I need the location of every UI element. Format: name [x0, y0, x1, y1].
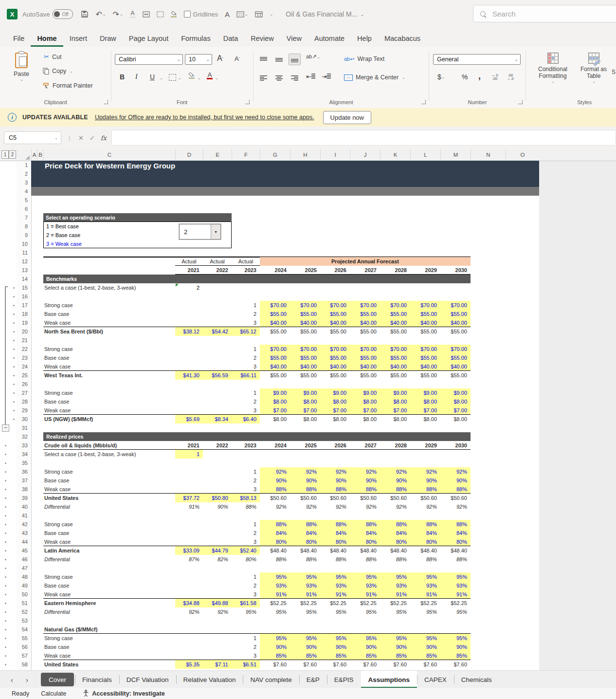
cell-L37[interactable]: 90%: [410, 476, 437, 485]
cell-I36[interactable]: 92%: [320, 467, 346, 476]
row-height-icon[interactable]: [157, 11, 164, 18]
header-actual-F[interactable]: Actual: [232, 257, 260, 266]
menu-tab-view[interactable]: View: [280, 31, 308, 47]
row-header-37[interactable]: 37: [17, 476, 31, 485]
cell-I28[interactable]: $8.00: [320, 397, 346, 406]
cell-H43[interactable]: 84%: [290, 529, 317, 537]
cell-K22[interactable]: $70.00: [380, 345, 407, 353]
update-message-link[interactable]: Updates for Office are ready to be insta…: [95, 114, 314, 121]
menu-tab-macabacus[interactable]: Macabacus: [378, 31, 427, 47]
cell-G29[interactable]: $7.00: [260, 406, 287, 415]
section-label-benchmarks[interactable]: Benchmarks: [46, 275, 241, 283]
row-header-54[interactable]: 54: [17, 625, 31, 634]
scenario-option-1[interactable]: 1 = Best case: [46, 222, 173, 231]
cell-M29[interactable]: $7.00: [440, 406, 467, 415]
cell-I49[interactable]: 93%: [320, 581, 346, 590]
cell-D15[interactable]: 2: [175, 283, 199, 292]
cell-G58[interactable]: $7.60: [260, 660, 287, 669]
cell-G36[interactable]: 92%: [260, 467, 287, 476]
header-year-2030[interactable]: 2030: [440, 266, 467, 275]
cell-H51[interactable]: $52.25: [290, 599, 317, 607]
cell-H25[interactable]: $55.00: [290, 371, 317, 380]
undo-chevron-icon[interactable]: ⌄: [103, 12, 106, 17]
cell-K40[interactable]: 92%: [380, 502, 407, 511]
cell-L42[interactable]: 88%: [410, 520, 437, 529]
cell-J52[interactable]: 95%: [350, 607, 377, 616]
cell-I39[interactable]: $50.60: [320, 494, 346, 502]
cell-M17[interactable]: $70.00: [440, 301, 467, 310]
cell-H17[interactable]: $70.00: [290, 301, 317, 310]
cell-M43[interactable]: 84%: [440, 529, 467, 537]
row-header-49[interactable]: 49: [17, 581, 31, 590]
row-header-18[interactable]: 18: [17, 310, 31, 318]
cell-F40[interactable]: 88%: [232, 502, 256, 511]
select-all-corner[interactable]: [25, 155, 30, 160]
cell-C50[interactable]: Weak case: [44, 590, 173, 599]
cell-M57[interactable]: 85%: [440, 651, 467, 660]
col-header-A[interactable]: A: [31, 149, 37, 160]
cell-H56[interactable]: 90%: [290, 643, 317, 651]
cell-H18[interactable]: $55.00: [290, 310, 317, 318]
cell-G20[interactable]: $55.00: [260, 327, 287, 336]
save-icon[interactable]: [81, 10, 89, 18]
cell-L46[interactable]: 88%: [410, 555, 437, 564]
percent-style-button[interactable]: %: [459, 72, 470, 82]
cell-L23[interactable]: $55.00: [410, 353, 437, 362]
row-header-45[interactable]: 45: [17, 546, 31, 555]
cell-K19[interactable]: $40.00: [380, 318, 407, 327]
cell-F52[interactable]: 95%: [232, 607, 256, 616]
cell-H50[interactable]: 91%: [290, 590, 317, 599]
cell-J18[interactable]: $55.00: [350, 310, 377, 318]
row-header-50[interactable]: 50: [17, 590, 31, 599]
cell-J50[interactable]: 91%: [350, 590, 377, 599]
row-header-24[interactable]: 24: [17, 362, 31, 371]
cell-K29[interactable]: $7.00: [380, 406, 407, 415]
cell-I20[interactable]: $55.00: [320, 327, 346, 336]
more-options-icon[interactable]: ⋮: [66, 134, 72, 142]
row-header-41[interactable]: 41: [17, 511, 31, 520]
cell-M50[interactable]: 91%: [440, 590, 467, 599]
cell-J20[interactable]: $55.00: [350, 327, 377, 336]
cell-G48[interactable]: 95%: [260, 572, 287, 581]
enter-icon[interactable]: ✓: [90, 134, 95, 142]
cell-M30[interactable]: $8.00: [440, 415, 467, 423]
cell-G18[interactable]: $55.00: [260, 310, 287, 318]
cell-E39[interactable]: $50.80: [203, 494, 228, 502]
row-header-25[interactable]: 25: [17, 371, 31, 380]
cell-M42[interactable]: 88%: [440, 520, 467, 529]
cell-K48[interactable]: 95%: [380, 572, 407, 581]
cell-M28[interactable]: $8.00: [440, 397, 467, 406]
cell-C56[interactable]: Base case: [44, 643, 173, 651]
gridlines-checkbox[interactable]: Gridlines: [184, 11, 218, 18]
cell-H46[interactable]: 88%: [290, 555, 317, 564]
cell-K37[interactable]: 90%: [380, 476, 407, 485]
cell-I24[interactable]: $40.00: [320, 362, 346, 371]
format-painter-button[interactable]: Format Painter: [43, 82, 93, 89]
cell-L49[interactable]: 93%: [410, 581, 437, 590]
cell-D25[interactable]: $41.30: [175, 371, 199, 380]
cell-C38[interactable]: Weak case: [44, 485, 173, 494]
cell-G49[interactable]: 93%: [260, 581, 287, 590]
accessibility-status[interactable]: Accessibility: Investigate: [83, 690, 164, 697]
cell-K39[interactable]: $50.60: [380, 494, 407, 502]
cell-K30[interactable]: $8.00: [380, 415, 407, 423]
cell-F57[interactable]: 3: [232, 651, 256, 660]
comma-style-button[interactable]: ,: [476, 70, 483, 82]
menu-tab-insert[interactable]: Insert: [63, 31, 93, 47]
cell-F19[interactable]: 3: [232, 318, 256, 327]
col-header-F[interactable]: F: [232, 149, 260, 160]
cell-K43[interactable]: 84%: [380, 529, 407, 537]
cell-K46[interactable]: 88%: [380, 555, 407, 564]
cell-K38[interactable]: 88%: [380, 485, 407, 494]
row-header-9[interactable]: 9: [17, 231, 31, 239]
row-header-5[interactable]: 5: [17, 196, 31, 204]
cell-L36[interactable]: 92%: [410, 467, 437, 476]
row-header-23[interactable]: 23: [17, 353, 31, 362]
cell-G38[interactable]: 88%: [260, 485, 287, 494]
cell-L33[interactable]: 2029: [410, 441, 437, 450]
redo-chevron-icon[interactable]: ⌄: [120, 12, 123, 17]
cell-J27[interactable]: $9.00: [350, 388, 377, 397]
cell-L25[interactable]: $55.00: [410, 371, 437, 380]
cell-G17[interactable]: $70.00: [260, 301, 287, 310]
cell-I51[interactable]: $52.25: [320, 599, 346, 607]
